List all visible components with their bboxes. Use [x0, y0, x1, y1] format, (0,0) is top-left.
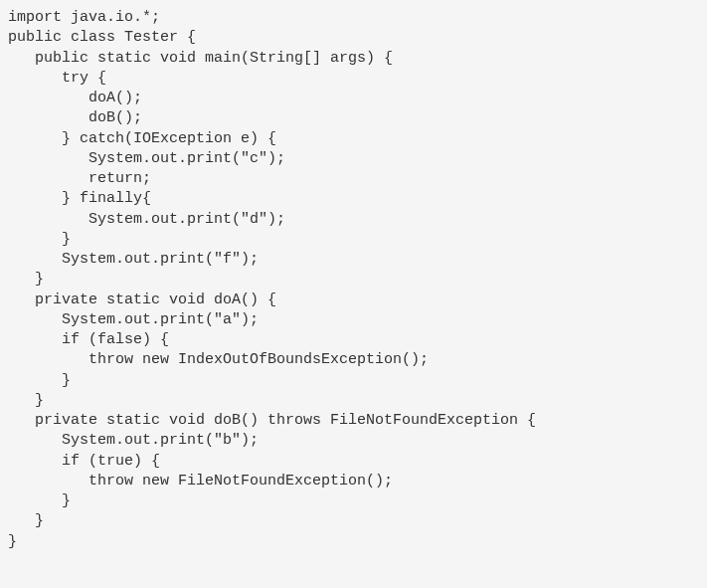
code-line: } finally{: [8, 189, 699, 209]
code-line: }: [8, 491, 699, 511]
code-line: doA();: [8, 89, 699, 108]
code-line: if (true) {: [8, 452, 699, 472]
code-line: System.out.print("c");: [8, 149, 699, 169]
code-line: System.out.print("b");: [8, 431, 699, 451]
code-line: try {: [8, 69, 699, 89]
code-line: public class Tester {: [8, 28, 699, 48]
code-line: System.out.print("a");: [8, 310, 699, 330]
code-line: }: [8, 532, 699, 552]
code-line: }: [8, 371, 699, 391]
code-line: }: [8, 270, 699, 290]
code-line: import java.io.*;: [8, 8, 699, 28]
code-line: throw new FileNotFoundException();: [8, 472, 699, 491]
code-line: }: [8, 511, 699, 531]
code-line: public static void main(String[] args) {: [8, 49, 699, 69]
code-line: System.out.print("d");: [8, 210, 699, 230]
code-line: private static void doB() throws FileNot…: [8, 411, 699, 431]
code-line: doB();: [8, 108, 699, 128]
code-line: System.out.print("f");: [8, 250, 699, 270]
code-line: }: [8, 230, 699, 250]
code-line: private static void doA() {: [8, 291, 699, 310]
code-line: }: [8, 391, 699, 411]
code-block: import java.io.*;public class Tester { p…: [8, 8, 699, 552]
code-line: throw new IndexOutOfBoundsException();: [8, 350, 699, 370]
code-line: } catch(IOException e) {: [8, 129, 699, 149]
code-line: return;: [8, 169, 699, 189]
code-line: if (false) {: [8, 330, 699, 350]
